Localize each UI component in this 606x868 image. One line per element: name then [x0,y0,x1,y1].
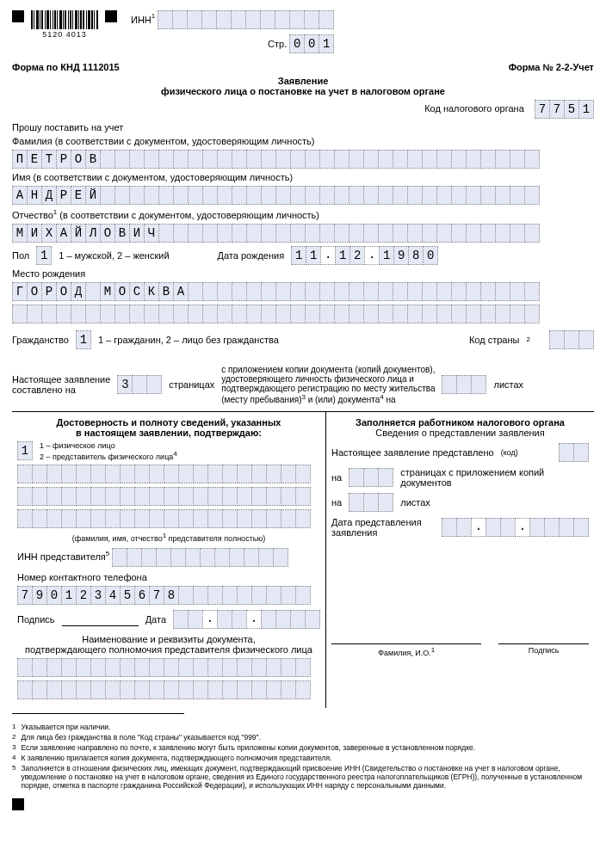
compose-line1: Настоящее заявление [12,374,110,385]
marker-top-left [12,10,24,22]
r-l2-pre: на [331,472,342,483]
barcode: 5120 4013 [31,10,98,39]
compose-pages[interactable]: 3 [117,375,162,394]
country-cells[interactable] [549,330,594,349]
r-l1-small: (код) [501,448,518,457]
phone-cells[interactable]: 79012345678 [17,586,311,605]
left-fio-3[interactable] [17,509,311,528]
form-code-left: Форма по КНД 1112015 [12,62,120,72]
left-hint2: 2 – представитель физического лица [40,452,173,461]
compose-m2: удостоверяющего личность физического лиц… [221,374,435,384]
country-sup: 2 [526,336,529,343]
left-type-cells[interactable]: 1 [17,441,33,460]
left-fio-hint-post: представителя полностью) [166,534,265,543]
r-fio-sup: 1 [431,646,435,654]
gender-hint: 1 – мужской, 2 – женский [59,250,169,261]
marker-2 [105,10,117,22]
r-l2-post: страницах с приложением копий документов [400,467,589,488]
r-fio-label: Фамилия, И.О. [378,649,431,657]
r-l1-cells[interactable] [559,443,589,462]
fn2: Для лица без гражданства в поле "Код стр… [21,733,261,742]
birthplace-cells-2[interactable] [12,305,540,323]
compose-sheets[interactable] [442,375,486,394]
r-sign-label: Подпись [498,646,589,655]
doc-line1: Наименование и реквизиты документа, [17,634,320,644]
name-cells[interactable]: АНДРЕЙ [12,186,540,205]
birthplace-label: Место рождения [12,268,594,279]
right-title: Заполняется работником налогового органа [331,417,589,428]
dob-label: Дата рождения [218,250,285,261]
r-l1: Настоящее заявление представлено [331,447,494,458]
left-hint1: 1 – физическое лицо [40,441,177,450]
r-l2-cells[interactable] [349,468,393,487]
r-l3-cells[interactable] [349,493,393,512]
patronymic-label-post: (в соответствии с документом, удостоверя… [57,210,319,220]
doc-line2: подтверждающего полномочия представителя… [17,644,320,655]
left-title1: Достоверность и полноту сведений, указан… [17,417,320,428]
rep-inn-cells[interactable] [112,548,288,567]
r-l4a: Дата представления [331,517,422,527]
inn-cells[interactable] [158,10,334,29]
left-fio-2[interactable] [17,487,311,506]
compose-m1: с приложением копии документа (копий док… [221,365,435,374]
page-label: Стр. [268,39,287,49]
gender-label: Пол [12,250,29,261]
left-date[interactable]: .. [173,610,320,629]
phone-label: Номер контактного телефона [17,572,320,582]
citizenship-cells[interactable]: 1 [76,330,91,349]
marker-bottom-left [12,798,24,810]
r-l4b: заявления [331,527,422,538]
surname-label: Фамилия (в соответствии с документом, уд… [12,136,594,146]
title-line2: физического лица о постановке на учет в … [12,86,594,96]
r-sign-line[interactable] [498,631,589,644]
fn5: Заполняется в отношении физических лиц, … [21,764,594,790]
page-cells: 001 [289,34,334,53]
birthplace-cells-1[interactable]: ГОРОД МОСКВА [12,282,540,301]
surname-cells[interactable]: ПЕТРОВ [12,150,540,169]
patronymic-cells[interactable]: МИХАЙЛОВИЧ [12,224,540,243]
compose-sheets-word: листах [493,379,523,390]
compose-m4c: на [384,395,396,404]
fn4: К заявлению прилагается копия документа,… [21,754,331,762]
compose-m4b: и (или) документа [306,395,380,404]
compose-m4a: (месту пребывания) [221,395,301,404]
right-subtitle: Сведения о представлении заявления [331,428,589,438]
left-fio-hint-pre: (фамилия, имя, отчество [72,534,163,543]
fn3: Если заявление направлено по почте, к за… [21,743,475,752]
r-date[interactable]: .. [442,518,589,537]
country-label: Код страны [469,335,520,345]
inn-sup: 1 [152,12,155,20]
tax-code-label: Код налогового органа [424,103,524,114]
sign-line[interactable] [62,613,139,626]
r-l3-post: листах [400,497,430,508]
inn-label: ИНН [131,15,152,25]
citizenship-hint: 1 – гражданин, 2 – лицо без гражданства [98,335,279,345]
compose-line2: составлено на [12,385,110,395]
request-label: Прошу поставить на учет [12,122,594,132]
left-title2: в настоящем заявлении, подтверждаю: [17,428,320,438]
rep-inn-sup: 5 [106,550,109,557]
rep-inn-label: ИНН представителя [17,551,106,562]
barcode-number: 5120 4013 [31,30,98,39]
dob-cells[interactable]: 11.12.1980 [291,246,438,265]
r-l3-pre: на [331,497,342,508]
title-line1: Заявление [12,76,594,86]
name-label: Имя (в соответствии с документом, удосто… [12,172,594,182]
patronymic-label-pre: Отчество [12,210,53,220]
doc-cells-1[interactable] [17,658,311,677]
compose-m3: подтверждающего регистрацию по месту жит… [221,384,435,393]
sign-label: Подпись [17,614,55,625]
date-label: Дата [145,614,166,625]
doc-cells-2[interactable] [17,680,311,699]
compose-pages-word: страницах [169,379,214,390]
fn1: Указывается при наличии. [21,723,110,731]
citizenship-label: Гражданство [12,335,69,345]
gender-cells[interactable]: 1 [36,246,52,265]
form-code-right: Форма № 2-2-Учет [509,62,594,72]
left-fio-1[interactable] [17,465,311,483]
left-hint2-sup: 4 [173,450,176,458]
tax-code-cells[interactable]: 7751 [535,100,594,119]
r-fio-line[interactable] [331,631,481,644]
